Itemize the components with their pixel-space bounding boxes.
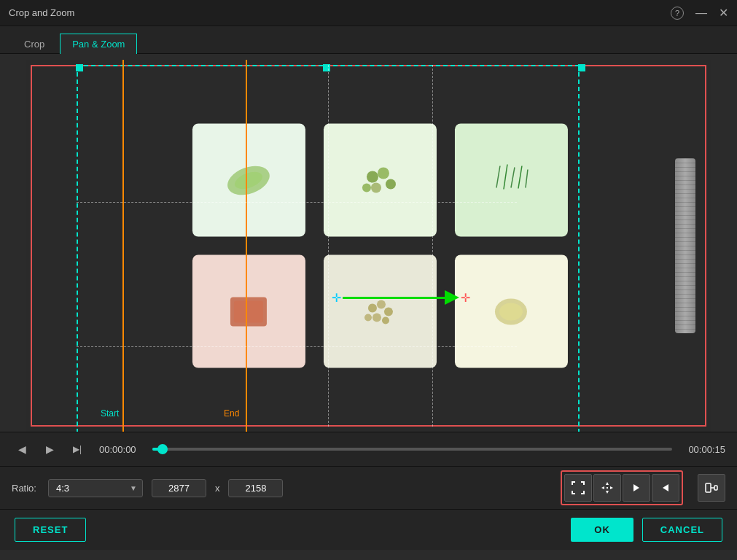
food-item-beans	[323, 124, 436, 237]
title-bar: Crop and Zoom ? — ✕	[0, 0, 737, 26]
svg-marker-28	[663, 484, 668, 491]
food-grid	[192, 124, 567, 368]
svg-point-3	[378, 167, 389, 179]
ratio-label: Ratio:	[12, 483, 36, 494]
svg-rect-13	[234, 300, 263, 322]
svg-marker-27	[633, 484, 639, 491]
help-button[interactable]: ?	[671, 7, 684, 20]
food-item-cucumber	[192, 124, 305, 237]
video-wrapper: ✛ ✛ Start End	[0, 54, 737, 432]
svg-line-11	[526, 169, 528, 187]
grater	[675, 158, 695, 333]
dimension-separator: x	[215, 483, 220, 494]
reset-button[interactable]: RESET	[15, 518, 86, 542]
move-button[interactable]	[593, 474, 621, 502]
svg-point-16	[384, 307, 393, 316]
svg-line-9	[511, 167, 515, 187]
svg-point-19	[364, 314, 372, 321]
bottom-bar: Ratio: 4:3 16:9 1:1 Custom ▼ x	[0, 467, 737, 509]
close-button[interactable]: ✕	[719, 7, 728, 19]
svg-point-18	[382, 316, 389, 324]
arrow-right-button[interactable]	[623, 474, 650, 502]
svg-point-21	[499, 303, 523, 320]
food-item-herbs	[454, 124, 567, 237]
tab-crop[interactable]: Crop	[12, 34, 57, 54]
video-container[interactable]: ✛ ✛ Start End	[26, 60, 711, 432]
next-frame-button[interactable]: ▶|	[67, 439, 87, 459]
ratio-select[interactable]: 4:3 16:9 1:1 Custom	[48, 479, 143, 497]
svg-point-2	[367, 171, 378, 182]
svg-marker-22	[606, 482, 609, 485]
app-title: Crop and Zoom	[9, 7, 74, 18]
cancel-button[interactable]: CANCEL	[642, 518, 722, 542]
transform-buttons	[561, 470, 683, 505]
food-item-lemon	[454, 255, 567, 368]
play-button[interactable]: ▶	[39, 439, 60, 459]
svg-line-8	[504, 164, 507, 189]
seek-bar[interactable]	[152, 448, 673, 451]
svg-line-10	[518, 166, 522, 188]
playback-controls: ◀ ▶ ▶| 00:00:00 00:00:15	[0, 432, 737, 467]
height-input[interactable]	[228, 479, 283, 497]
svg-marker-25	[610, 486, 613, 489]
svg-marker-24	[601, 486, 604, 489]
food-item-grains	[323, 255, 436, 368]
video-background	[26, 60, 711, 432]
footer-right-buttons: OK CANCEL	[571, 518, 722, 542]
tab-pan-zoom[interactable]: Pan & Zoom	[60, 34, 137, 54]
fit-button[interactable]	[564, 474, 592, 502]
svg-point-5	[371, 182, 381, 192]
svg-rect-26	[607, 487, 608, 489]
aspect-lock-button[interactable]	[698, 474, 725, 502]
footer-bar: RESET OK CANCEL	[0, 509, 737, 550]
food-item-meat	[192, 255, 305, 368]
prev-button[interactable]: ◀	[12, 439, 32, 459]
svg-rect-29	[706, 483, 711, 492]
minimize-button[interactable]: —	[695, 7, 707, 19]
svg-point-17	[373, 313, 381, 322]
svg-point-15	[377, 300, 386, 308]
svg-marker-23	[606, 491, 609, 494]
seek-knob[interactable]	[157, 444, 168, 454]
svg-rect-31	[714, 486, 717, 490]
tab-row: Crop Pan & Zoom	[0, 26, 737, 54]
svg-point-4	[386, 179, 396, 189]
width-input[interactable]	[152, 479, 206, 497]
svg-line-7	[496, 166, 500, 187]
time-current: 00:00:00	[99, 444, 136, 455]
svg-point-6	[362, 183, 371, 192]
time-end: 00:00:15	[688, 444, 725, 455]
svg-point-14	[368, 303, 377, 312]
ok-button[interactable]: OK	[571, 518, 633, 542]
arrow-left-button[interactable]	[652, 474, 679, 502]
